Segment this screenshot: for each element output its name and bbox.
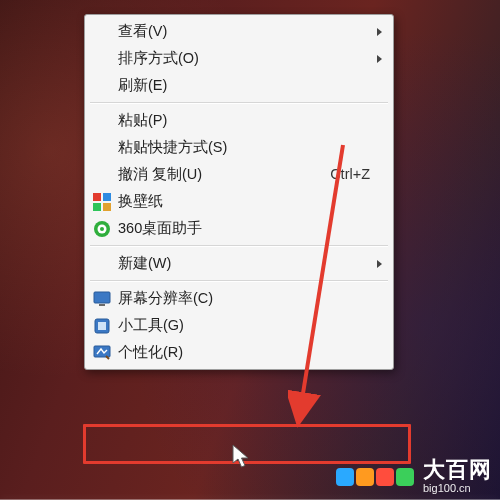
tutorial-highlight-box — [83, 424, 411, 464]
menu-item-label: 查看(V) — [118, 18, 370, 45]
menu-item-label: 小工具(G) — [118, 312, 370, 339]
menu-item-label: 屏幕分辨率(C) — [118, 285, 370, 312]
mouse-cursor-icon — [232, 444, 252, 470]
submenu-arrow-icon — [377, 260, 382, 268]
360-icon — [93, 220, 111, 238]
menu-item-personalize[interactable]: 个性化(R) — [88, 339, 390, 366]
submenu-arrow-icon — [377, 55, 382, 63]
menu-item-label: 个性化(R) — [118, 339, 370, 366]
svg-rect-2 — [93, 203, 101, 211]
menu-item-paste-shortcut[interactable]: 粘贴快捷方式(S) — [88, 134, 390, 161]
menu-item-wallpaper[interactable]: 换壁纸 — [88, 188, 390, 215]
menu-item-360-assistant[interactable]: 360桌面助手 — [88, 215, 390, 242]
menu-item-label: 新建(W) — [118, 250, 370, 277]
menu-separator — [90, 102, 388, 104]
menu-item-undo[interactable]: 撤消 复制(U) Ctrl+Z — [88, 161, 390, 188]
desktop-background: 查看(V) 排序方式(O) 刷新(E) 粘贴(P) 粘贴快捷方式(S) 撤消 复… — [0, 0, 500, 500]
menu-item-sort[interactable]: 排序方式(O) — [88, 45, 390, 72]
svg-point-6 — [100, 227, 104, 231]
menu-item-resolution[interactable]: 屏幕分辨率(C) — [88, 285, 390, 312]
menu-separator — [90, 245, 388, 247]
menu-item-view[interactable]: 查看(V) — [88, 18, 390, 45]
menu-item-label: 撤消 复制(U) — [118, 161, 320, 188]
desktop-context-menu: 查看(V) 排序方式(O) 刷新(E) 粘贴(P) 粘贴快捷方式(S) 撤消 复… — [84, 14, 394, 370]
menu-item-shortcut: Ctrl+Z — [330, 161, 370, 188]
svg-rect-1 — [103, 193, 111, 201]
watermark-logo-icon — [335, 467, 415, 487]
personalize-icon — [93, 344, 111, 362]
menu-item-gadgets[interactable]: 小工具(G) — [88, 312, 390, 339]
menu-item-new[interactable]: 新建(W) — [88, 250, 390, 277]
wallpaper-icon — [93, 193, 111, 211]
menu-separator — [90, 280, 388, 282]
submenu-arrow-icon — [377, 28, 382, 36]
monitor-icon — [93, 290, 111, 308]
svg-rect-0 — [93, 193, 101, 201]
menu-item-label: 换壁纸 — [118, 188, 370, 215]
menu-item-label: 刷新(E) — [118, 72, 370, 99]
svg-rect-10 — [98, 322, 106, 330]
menu-item-label: 360桌面助手 — [118, 215, 370, 242]
menu-item-refresh[interactable]: 刷新(E) — [88, 72, 390, 99]
gadget-icon — [93, 317, 111, 335]
svg-rect-7 — [94, 292, 110, 303]
menu-item-paste[interactable]: 粘贴(P) — [88, 107, 390, 134]
menu-item-label: 粘贴快捷方式(S) — [118, 134, 370, 161]
watermark-url: big100.cn — [423, 483, 492, 494]
svg-rect-8 — [99, 304, 105, 306]
menu-item-label: 粘贴(P) — [118, 107, 370, 134]
watermark: 大百网 big100.cn — [335, 459, 492, 494]
watermark-title: 大百网 — [423, 459, 492, 481]
menu-item-label: 排序方式(O) — [118, 45, 370, 72]
svg-rect-3 — [103, 203, 111, 211]
